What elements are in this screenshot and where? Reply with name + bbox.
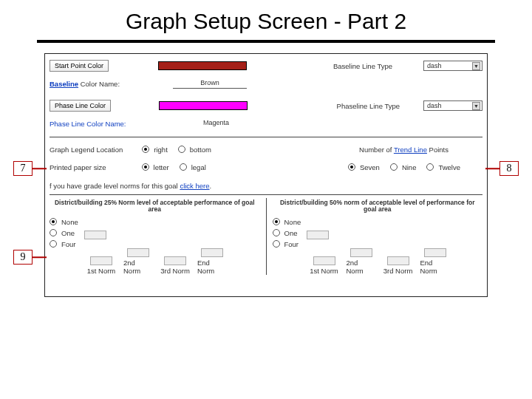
radio-icon xyxy=(426,163,434,171)
baseline-color-name-label: Baseline Color Name: xyxy=(50,80,120,88)
row-baseline-name: Baseline Color Name: Brown xyxy=(50,75,482,92)
baseline-color-value: Brown xyxy=(173,79,247,89)
callout-8: 8 xyxy=(499,161,519,176)
radio-icon xyxy=(348,163,355,171)
count-nine-radio[interactable]: Nine xyxy=(390,163,417,171)
title-divider xyxy=(37,40,495,43)
radio-icon xyxy=(390,163,398,171)
norm25-header: District/building 25% Norm level of acce… xyxy=(50,198,260,215)
norm50-2nd-input[interactable] xyxy=(350,248,372,257)
phaseline-line-type-label: Phaseline Line Type xyxy=(337,102,400,110)
radio-icon xyxy=(273,218,280,225)
norm25-column: District/building 25% Norm level of acce… xyxy=(50,198,260,275)
page-title: Graph Setup Screen - Part 2 xyxy=(0,0,532,40)
norm25-3rd-input[interactable] xyxy=(164,256,186,265)
norm50-column: District/building 50% norm of acceptable… xyxy=(273,198,483,275)
norm50-none-radio[interactable]: None xyxy=(273,218,301,226)
paper-legal-radio[interactable]: legal xyxy=(180,163,206,171)
norm25-none-radio[interactable]: None xyxy=(50,218,78,226)
norm50-header: District/building 50% norm of acceptable… xyxy=(273,198,483,215)
norm25-2nd: 2nd Norm xyxy=(123,248,153,275)
section-divider-2 xyxy=(50,194,482,195)
norm50-end: End Norm xyxy=(420,248,450,275)
radio-icon xyxy=(273,229,280,236)
row-start-color: Start Point Color Baseline Line Type das… xyxy=(50,57,482,75)
norm50-3rd-input[interactable] xyxy=(387,256,409,265)
baseline-line-type-value: dash xyxy=(427,62,442,69)
radio-icon xyxy=(180,163,187,171)
callout-7: 7 xyxy=(13,161,33,176)
grade-norms-text: f you have grade level norms for this go… xyxy=(50,182,482,190)
chevron-down-icon: ▼ xyxy=(472,102,480,110)
legend-location-group: right bottom xyxy=(142,146,211,154)
norm50-four-radio[interactable]: Four xyxy=(273,240,301,248)
phase-color-swatch xyxy=(159,101,248,110)
row-legend-trend: Graph Legend Location right bottom Numbe… xyxy=(50,140,482,158)
chevron-down-icon: ▼ xyxy=(472,62,480,70)
norm50-end-input[interactable] xyxy=(424,248,446,257)
trend-count-group: Seven Nine Twelve xyxy=(348,163,460,171)
trend-points-label: Number of Trend Line Points xyxy=(359,146,449,154)
count-seven-radio[interactable]: Seven xyxy=(348,163,380,171)
start-point-color-button[interactable]: Start Point Color xyxy=(50,60,109,72)
phase-color-name-label: Phase Line Color Name: xyxy=(50,120,126,128)
norm50-options: None One Four xyxy=(273,215,301,248)
paper-size-group: letter legal xyxy=(142,163,206,171)
settings-panel: Start Point Color Baseline Line Type das… xyxy=(44,53,488,297)
legend-bottom-radio[interactable]: bottom xyxy=(178,146,211,154)
radio-icon xyxy=(50,240,57,248)
row-phase-color: Phase Line Color Phaseline Line Type das… xyxy=(50,97,482,115)
row-paper-counts: Printed paper size letter legal Seven Ni… xyxy=(50,158,482,176)
legend-right-radio[interactable]: right xyxy=(142,146,167,154)
norm25-options: None One Four xyxy=(50,215,78,248)
norm25-end: End Norm xyxy=(197,248,227,275)
norm50-1st: 1st Norm xyxy=(310,256,339,275)
section-divider-1 xyxy=(50,137,482,137)
norm25-3rd: 3rd Norm xyxy=(160,256,190,275)
radio-icon xyxy=(142,163,149,171)
radio-icon xyxy=(273,240,280,248)
norm-columns: District/building 25% Norm level of acce… xyxy=(50,198,482,275)
norm50-2nd: 2nd Norm xyxy=(347,248,376,275)
norm50-four-inputs: 1st Norm 2nd Norm 3rd Norm End Norm xyxy=(310,248,483,275)
phaseline-line-type-select[interactable]: dash ▼ xyxy=(423,100,482,111)
norm25-four-radio[interactable]: Four xyxy=(50,240,78,248)
paper-size-label: Printed paper size xyxy=(50,163,106,171)
baseline-line-type-label: Baseline Line Type xyxy=(333,62,392,70)
trend-line-link[interactable]: Trend Line xyxy=(394,146,427,154)
phase-color-value: Magenta xyxy=(180,119,253,129)
norm50-1st-input[interactable] xyxy=(313,256,335,265)
norm25-one-input[interactable] xyxy=(84,231,106,239)
baseline-link[interactable]: Baseline xyxy=(50,80,78,88)
start-color-swatch xyxy=(158,61,247,70)
norm50-one-radio[interactable]: One xyxy=(273,229,301,237)
legend-location-label: Graph Legend Location xyxy=(50,146,123,154)
click-here-link[interactable]: click here xyxy=(180,182,209,190)
norm25-1st-input[interactable] xyxy=(90,256,112,265)
norm25-end-input[interactable] xyxy=(201,248,223,257)
phaseline-line-type-value: dash xyxy=(427,102,442,109)
norm25-1st: 1st Norm xyxy=(86,256,116,275)
radio-icon xyxy=(50,218,57,225)
paper-letter-radio[interactable]: letter xyxy=(142,163,169,171)
norm25-four-inputs: 1st Norm 2nd Norm 3rd Norm End Norm xyxy=(86,248,260,275)
radio-icon xyxy=(178,146,185,153)
radio-icon xyxy=(50,229,57,236)
callout-9: 9 xyxy=(13,250,33,265)
baseline-line-type-select[interactable]: dash ▼ xyxy=(423,61,482,71)
norm25-one-radio[interactable]: One xyxy=(50,229,78,237)
norm50-one-input[interactable] xyxy=(307,231,329,239)
norm25-2nd-input[interactable] xyxy=(127,248,149,257)
phase-line-color-button[interactable]: Phase Line Color xyxy=(50,100,111,112)
row-phase-name: Phase Line Color Name: Magenta xyxy=(50,115,482,132)
radio-icon xyxy=(142,146,149,153)
norm50-3rd: 3rd Norm xyxy=(383,256,413,275)
count-twelve-radio[interactable]: Twelve xyxy=(426,163,460,171)
norm-divider xyxy=(266,198,267,275)
